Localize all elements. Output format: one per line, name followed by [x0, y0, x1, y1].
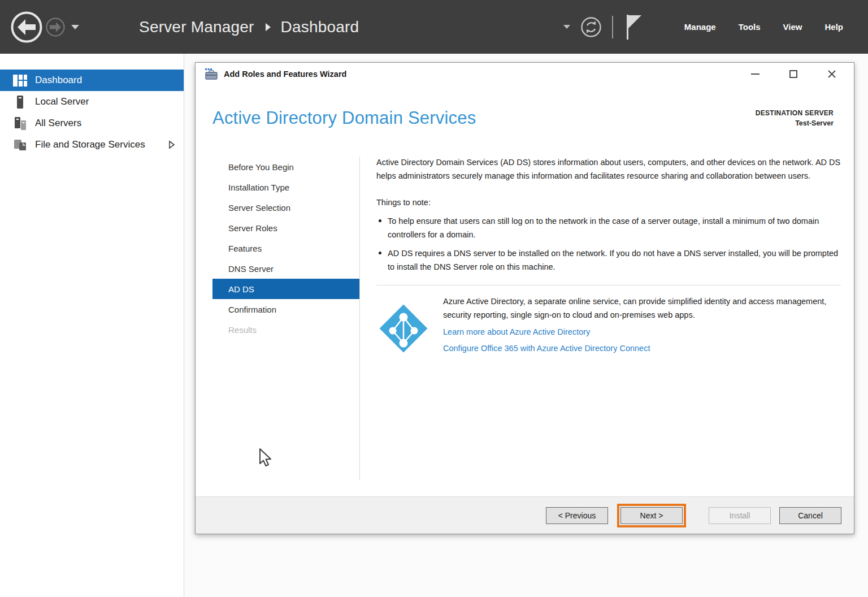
steps-content-divider — [359, 157, 360, 480]
dashboard-grid-icon — [12, 73, 28, 88]
cancel-button[interactable]: Cancel — [779, 507, 841, 524]
dialog-title: Add Roles and Features Wizard — [224, 70, 346, 79]
sidebar-item-label: File and Storage Services — [35, 139, 145, 150]
step-server-roles[interactable]: Server Roles — [212, 218, 359, 238]
next-button-highlight: Next > — [617, 504, 686, 527]
azure-texts: Azure Active Directory, a separate onlin… — [443, 295, 841, 357]
notifications-flag-icon[interactable] — [623, 14, 643, 41]
close-icon[interactable] — [822, 66, 841, 83]
destination-server-label: DESTINATION SERVER — [756, 109, 834, 117]
dialog-titlebar[interactable]: Add Roles and Features Wizard — [196, 63, 854, 85]
nav-cluster — [10, 11, 79, 44]
wizard-page-title: Active Directory Domain Services — [212, 108, 476, 128]
dialog-footer: < Previous Next > Install Cancel — [196, 496, 854, 534]
local-server-icon — [12, 94, 28, 110]
breadcrumb-separator-icon — [266, 23, 271, 31]
things-to-note-heading: Things to note: — [376, 196, 841, 209]
wizard-content: Active Directory Domain Services (AD DS)… — [376, 155, 841, 357]
sidebar-item-dashboard[interactable]: Dashboard — [0, 70, 184, 91]
notes-list: To help ensure that users can still log … — [376, 214, 841, 274]
step-dns-server[interactable]: DNS Server — [212, 258, 359, 279]
breadcrumb-current: Dashboard — [281, 18, 359, 36]
previous-button[interactable]: < Previous — [546, 507, 608, 524]
step-features[interactable]: Features — [212, 238, 359, 258]
step-results: Results — [212, 319, 359, 340]
add-roles-features-wizard-dialog: Add Roles and Features Wizard Active Dir… — [195, 62, 854, 534]
destination-server-name: Test-Server — [756, 119, 834, 127]
sidebar-item-all-servers[interactable]: All Servers — [0, 113, 184, 134]
refresh-caret-icon[interactable] — [563, 25, 570, 29]
topbar-divider — [612, 16, 613, 38]
step-confirmation[interactable]: Confirmation — [212, 299, 359, 319]
sidebar-item-local-server[interactable]: Local Server — [0, 91, 184, 113]
all-servers-icon — [12, 116, 28, 131]
breadcrumb-root[interactable]: Server Manager — [139, 18, 254, 36]
note-item: AD DS requires a DNS server to be instal… — [376, 246, 841, 274]
topbar: Server Manager Dashboard Manage Tools Vi — [0, 0, 868, 54]
wizard-toolbox-icon — [205, 68, 218, 80]
sidebar-item-file-storage-services[interactable]: File and Storage Services — [0, 134, 184, 155]
dialog-header: Active Directory Domain Services DESTINA… — [196, 85, 854, 152]
wizard-steps: Before You Begin Installation Type Serve… — [212, 157, 359, 340]
azure-active-directory-icon — [376, 301, 431, 356]
back-icon[interactable] — [10, 11, 43, 44]
destination-server-block: DESTINATION SERVER Test-Server — [756, 109, 834, 127]
sidebar-item-label: All Servers — [35, 118, 81, 129]
menu-manage[interactable]: Manage — [684, 16, 716, 37]
menu-help[interactable]: Help — [824, 16, 843, 37]
window-controls — [726, 66, 854, 83]
link-learn-more-azure-ad[interactable]: Learn more about Azure Active Directory — [443, 324, 841, 340]
install-button: Install — [709, 507, 771, 524]
server-manager-screen: Server Manager Dashboard Manage Tools Vi — [0, 0, 868, 597]
next-button[interactable]: Next > — [620, 507, 683, 524]
step-ad-ds[interactable]: AD DS — [212, 279, 359, 299]
breadcrumb: Server Manager Dashboard — [139, 18, 359, 36]
sidebar-list: Dashboard Local Server All Servers — [0, 54, 184, 155]
note-item: To help ensure that users can still log … — [376, 214, 841, 241]
sidebar: Dashboard Local Server All Servers — [0, 54, 184, 597]
azure-section: Azure Active Directory, a separate onlin… — [376, 295, 841, 357]
maximize-icon[interactable] — [784, 66, 803, 83]
sidebar-item-label: Local Server — [35, 96, 89, 107]
dialog-body: Before You Begin Installation Type Serve… — [196, 152, 854, 496]
refresh-icon[interactable] — [580, 16, 602, 38]
topbar-menu: Manage Tools View Help — [662, 16, 843, 37]
expand-chevron-icon[interactable] — [168, 140, 176, 149]
minimize-icon[interactable] — [745, 66, 765, 83]
azure-description: Azure Active Directory, a separate onlin… — [443, 295, 841, 322]
step-installation-type[interactable]: Installation Type — [212, 177, 359, 197]
menu-tools[interactable]: Tools — [739, 16, 761, 37]
link-configure-office-365[interactable]: Configure Office 365 with Azure Active D… — [443, 340, 841, 357]
nav-history-caret-icon[interactable] — [71, 25, 79, 29]
topbar-right: Manage Tools View Help — [563, 14, 868, 41]
sidebar-item-label: Dashboard — [35, 75, 82, 86]
content-divider — [376, 285, 841, 285]
menu-view[interactable]: View — [783, 16, 802, 37]
intro-paragraph: Active Directory Domain Services (AD DS)… — [376, 155, 841, 183]
step-server-selection[interactable]: Server Selection — [212, 197, 359, 218]
file-storage-icon — [12, 137, 28, 153]
step-before-you-begin[interactable]: Before You Begin — [212, 157, 359, 177]
forward-icon[interactable] — [45, 17, 66, 37]
